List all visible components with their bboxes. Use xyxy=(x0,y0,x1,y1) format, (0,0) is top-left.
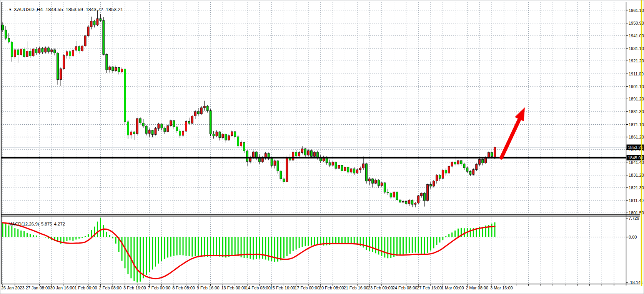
candle-body-bull xyxy=(308,150,310,155)
candle xyxy=(219,131,221,140)
candle-body-bull xyxy=(427,185,429,201)
candle xyxy=(451,161,453,169)
candle xyxy=(225,134,227,143)
candle xyxy=(320,155,321,163)
candle-body-bull xyxy=(338,165,340,168)
candle xyxy=(436,174,438,184)
trend-arrow[interactable] xyxy=(501,107,525,158)
candle-body-bull xyxy=(51,50,53,52)
candle xyxy=(439,174,441,181)
candle xyxy=(421,192,423,197)
candle-body-bull xyxy=(87,27,89,36)
candle xyxy=(90,17,92,29)
candle-body-bear xyxy=(246,151,248,161)
candle-body-bull xyxy=(350,169,352,172)
candle xyxy=(179,129,181,138)
candle xyxy=(197,108,199,116)
candle xyxy=(335,162,337,170)
candle xyxy=(277,160,279,174)
candle xyxy=(329,160,331,167)
candle-body-bear xyxy=(353,169,355,173)
candle-body-bear xyxy=(390,193,392,197)
candle-body-bear xyxy=(145,126,147,134)
trend-arrow-shaft[interactable] xyxy=(501,119,519,158)
candle xyxy=(292,150,294,160)
candle xyxy=(216,130,218,137)
candle-body-bear xyxy=(491,152,493,157)
candle xyxy=(139,117,141,125)
chart-plot[interactable]: 1961.101950.901941.001931.101921.201911.… xyxy=(0,0,644,294)
candle-body-bear xyxy=(277,161,279,171)
candle xyxy=(418,195,419,204)
symbol-period: XAUUSD-,H4 xyxy=(14,7,43,12)
candle xyxy=(11,41,13,62)
candle xyxy=(23,47,25,58)
candle xyxy=(206,105,208,113)
candle xyxy=(103,17,105,55)
candle xyxy=(473,169,474,175)
candle-body-bear xyxy=(5,30,7,38)
candle-body-bear xyxy=(371,179,373,184)
candle xyxy=(133,131,135,140)
candle-body-bear xyxy=(387,192,389,193)
candle xyxy=(121,67,123,73)
candle-body-bull xyxy=(167,125,169,132)
candle xyxy=(106,53,108,73)
candle xyxy=(173,120,175,129)
candle xyxy=(124,69,126,124)
candle xyxy=(460,160,462,166)
candle-body-bull xyxy=(32,49,34,56)
candle xyxy=(200,106,202,115)
candle-body-bull xyxy=(476,164,478,170)
candle-body-bull xyxy=(14,50,16,57)
candle xyxy=(381,182,383,187)
time-axis-label: 3 Feb 16:00 xyxy=(123,286,146,290)
time-axis-label: 14 Feb 08:00 xyxy=(246,286,271,290)
candle-body-bear xyxy=(335,162,337,169)
candle xyxy=(399,198,401,204)
candle-body-bull xyxy=(381,183,383,185)
candle-body-bull xyxy=(418,196,419,203)
candle-body-bear xyxy=(482,159,484,163)
time-axis-label: 17 Feb 00:00 xyxy=(295,286,320,290)
candle-body-bear xyxy=(103,20,105,54)
macd-axis-label: -18.141 xyxy=(629,280,643,285)
candle-body-bear xyxy=(378,180,379,185)
time-axis-label: 9 Feb 16:00 xyxy=(197,286,220,290)
time-axis-label: 13 Feb 00:00 xyxy=(221,286,246,290)
candle-body-bear xyxy=(112,67,114,71)
candle-body-bull xyxy=(228,136,230,140)
candle xyxy=(203,101,205,111)
quote-line: ▼XAUUSD-,H41844.551853.591843.721853.21 xyxy=(3,2,123,18)
candle xyxy=(378,179,379,188)
candle-body-bear xyxy=(399,200,401,202)
macd-name: MACD(12,26,9) xyxy=(8,222,39,226)
candle xyxy=(170,120,172,127)
candle xyxy=(210,109,211,136)
candle xyxy=(363,157,364,170)
candle xyxy=(2,22,4,32)
candle-body-bear xyxy=(57,53,59,79)
candle-body-bear xyxy=(305,149,306,155)
candle xyxy=(466,167,468,173)
candle xyxy=(191,115,193,124)
candle-body-bull xyxy=(121,69,123,72)
candle-body-bear xyxy=(176,127,178,131)
candle-body-bull xyxy=(90,21,92,27)
candle-body-bear xyxy=(54,50,56,53)
time-axis-label: 2 Mar 08:00 xyxy=(466,286,488,290)
candle-body-bear xyxy=(271,159,273,165)
candle-body-bear xyxy=(316,152,318,158)
candle-body-bull xyxy=(332,162,334,165)
candle-body-bear xyxy=(11,42,13,57)
candle-body-bull xyxy=(136,119,138,134)
candle xyxy=(350,168,352,174)
macd-histogram xyxy=(3,218,495,282)
candle-body-bear xyxy=(295,152,297,156)
macd-axis[interactable]: 7.7290.00-18.141 xyxy=(626,216,643,285)
candle xyxy=(127,120,129,139)
time-axis[interactable]: 26 Jan 202327 Jan 08:0030 Jan 16:001 Feb… xyxy=(1,284,614,290)
candle xyxy=(115,65,117,72)
candle-body-bull xyxy=(203,106,205,108)
candle xyxy=(323,156,324,162)
